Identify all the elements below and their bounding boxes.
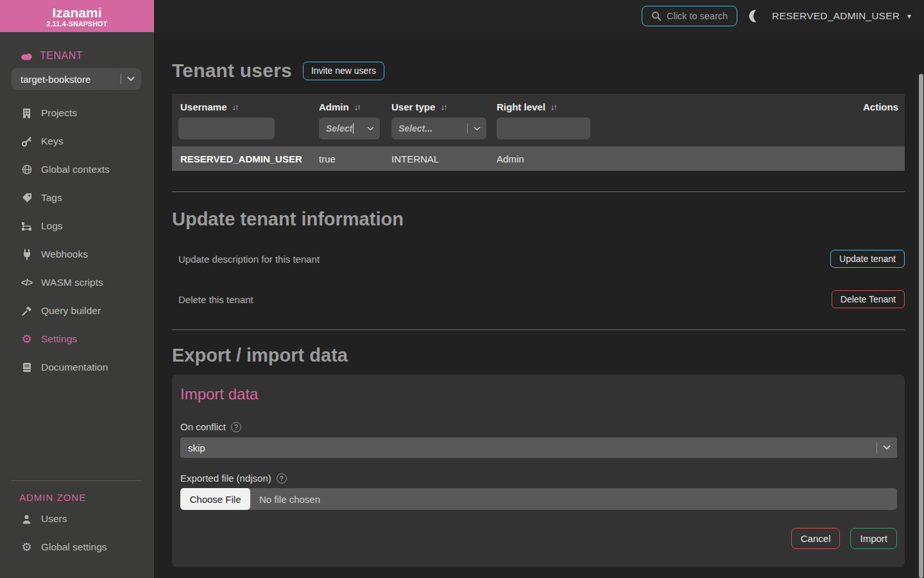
section-divider — [172, 191, 905, 192]
help-icon[interactable]: ? — [231, 422, 241, 432]
exported-file-label: Exported file (ndjson) — [180, 473, 271, 484]
sidebar-item-tags[interactable]: Tags — [0, 184, 154, 212]
vertical-scrollbar[interactable] — [919, 74, 923, 578]
gear-icon: ⚙ — [21, 541, 33, 553]
sidebar-item-logs[interactable]: Logs — [0, 212, 154, 240]
dark-mode-moon-icon[interactable] — [748, 9, 762, 23]
app-logo[interactable]: Izanami 2.11.4-SNAPSHOT — [0, 0, 154, 32]
title-row: Tenant users Invite new users — [172, 60, 905, 82]
right-level-filter-input[interactable] — [497, 118, 590, 139]
on-conflict-value: skip — [188, 442, 877, 453]
filter-row: Select Select... — [172, 118, 905, 139]
column-header-admin: Admin ↓↑ — [319, 101, 391, 112]
sidebar-nav: Projects Keys Global contexts — [0, 99, 154, 381]
cell-right-level: Admin — [497, 153, 815, 164]
column-header-user-type: User type ↓↑ — [391, 101, 497, 112]
sidebar-item-keys[interactable]: Keys — [0, 127, 154, 155]
update-section-title: Update tenant information — [172, 209, 905, 230]
sidebar-item-users[interactable]: Users — [0, 505, 154, 533]
search-icon — [651, 11, 662, 21]
column-header-username: Username ↓↑ — [172, 101, 319, 112]
user-menu[interactable]: RESERVED_ADMIN_USER ▼ — [772, 10, 912, 22]
delete-tenant-button[interactable]: Delete Tenant — [832, 290, 905, 308]
chevron-down-icon — [127, 76, 135, 82]
sidebar-item-global-contexts[interactable]: Global contexts — [0, 155, 154, 184]
globe-icon — [21, 164, 33, 175]
sort-icon[interactable]: ↓↑ — [232, 102, 238, 112]
chevron-down-icon — [367, 127, 374, 131]
app-version: 2.11.4-SNAPSHOT — [47, 20, 108, 28]
admin-zone: ADMIN ZONE Users ⚙ Global settings — [0, 480, 154, 561]
import-data-card: Import data On conflict ? skip Exported … — [172, 374, 905, 567]
sidebar-item-label: WASM scripts — [41, 277, 103, 288]
help-icon[interactable]: ? — [277, 473, 287, 484]
sidebar-divider — [12, 480, 141, 481]
admin-filter-select[interactable]: Select — [319, 118, 380, 139]
tenant-select-value: target-bookstore — [21, 74, 121, 85]
tenant-select[interactable]: target-bookstore — [12, 68, 141, 90]
on-conflict-label: On conflict — [180, 421, 226, 432]
sidebar-item-label: Global settings — [41, 541, 107, 553]
file-input[interactable]: Choose File No file chosen — [180, 488, 897, 510]
caret-down-icon: ▼ — [906, 13, 912, 20]
key-icon — [21, 136, 33, 147]
sort-icon[interactable]: ↓↑ — [551, 102, 556, 112]
choose-file-button[interactable]: Choose File — [180, 488, 250, 510]
select-placeholder: Select... — [398, 123, 432, 134]
sidebar-item-projects[interactable]: Projects — [0, 99, 154, 127]
cancel-button[interactable]: Cancel — [791, 528, 841, 549]
column-header-right-level: Right level ↓↑ — [497, 101, 815, 112]
sidebar-item-global-settings[interactable]: ⚙ Global settings — [0, 533, 154, 561]
table-row[interactable]: RESERVED_ADMIN_USER true INTERNAL Admin — [172, 146, 905, 171]
sort-icon[interactable]: ↓↑ — [440, 102, 446, 112]
sidebar-item-wasm-scripts[interactable]: </> WASM scripts — [0, 268, 154, 297]
user-name: RESERVED_ADMIN_USER — [772, 10, 900, 22]
sidebar-item-documentation[interactable]: Documentation — [0, 353, 154, 381]
main-content: Tenant users Invite new users Username ↓… — [154, 32, 924, 578]
sort-icon[interactable]: ↓↑ — [354, 102, 360, 112]
tag-icon — [21, 193, 33, 203]
izanami-app: Izanami 2.11.4-SNAPSHOT TENANT target-bo… — [0, 0, 924, 578]
import-card-buttons: Cancel Import — [180, 528, 897, 549]
column-header-actions: Actions — [815, 101, 905, 112]
exported-file-label-row: Exported file (ndjson) ? — [180, 473, 897, 484]
admin-zone-label: ADMIN ZONE — [19, 492, 154, 503]
sidebar-item-webhooks[interactable]: Webhooks — [0, 240, 154, 268]
import-button[interactable]: Import — [850, 528, 897, 549]
sidebar-item-query-builder[interactable]: Query builder — [0, 297, 154, 325]
app-title: Izanami — [52, 5, 101, 20]
section-divider — [172, 329, 905, 330]
cell-admin: true — [319, 153, 391, 164]
hammer-icon — [21, 306, 33, 316]
text-cursor — [353, 123, 354, 134]
tenant-header: TENANT — [21, 50, 154, 62]
gear-icon: ⚙ — [21, 333, 33, 345]
plug-icon — [21, 249, 33, 260]
topbar: Click to search RESERVED_ADMIN_USER ▼ — [154, 0, 924, 32]
page-title: Tenant users — [172, 60, 292, 82]
tenant-users-table: Username ↓↑ Admin ↓↑ User type ↓↑ Right … — [172, 94, 905, 171]
search-button[interactable]: Click to search — [642, 6, 737, 26]
username-filter-input[interactable] — [178, 118, 275, 139]
invite-new-users-button[interactable]: Invite new users — [303, 62, 384, 80]
tenant-section-label: TENANT — [40, 50, 83, 62]
select-separator — [467, 123, 468, 134]
delete-tenant-row: Delete this tenant Delete Tenant — [172, 290, 905, 308]
on-conflict-select[interactable]: skip — [180, 437, 897, 458]
sidebar-item-settings[interactable]: ⚙ Settings — [0, 325, 154, 353]
code-icon: </> — [21, 277, 33, 288]
sidebar-item-label: Settings — [41, 333, 77, 345]
search-label: Click to search — [667, 11, 728, 21]
sidebar-item-label: Keys — [41, 136, 63, 147]
update-description-row: Update description for this tenant Updat… — [172, 250, 905, 268]
select-placeholder: Select — [326, 123, 352, 134]
delete-tenant-label: Delete this tenant — [172, 294, 253, 305]
on-conflict-label-row: On conflict ? — [180, 421, 897, 432]
user-type-filter-select[interactable]: Select... — [391, 118, 486, 139]
sitemap-icon — [21, 222, 33, 231]
sidebar-item-label: Logs — [41, 220, 63, 232]
sidebar-item-label: Webhooks — [41, 249, 88, 260]
sidebar-item-label: Tags — [41, 192, 62, 204]
chevron-down-icon — [474, 127, 481, 131]
update-tenant-button[interactable]: Update tenant — [830, 250, 905, 268]
